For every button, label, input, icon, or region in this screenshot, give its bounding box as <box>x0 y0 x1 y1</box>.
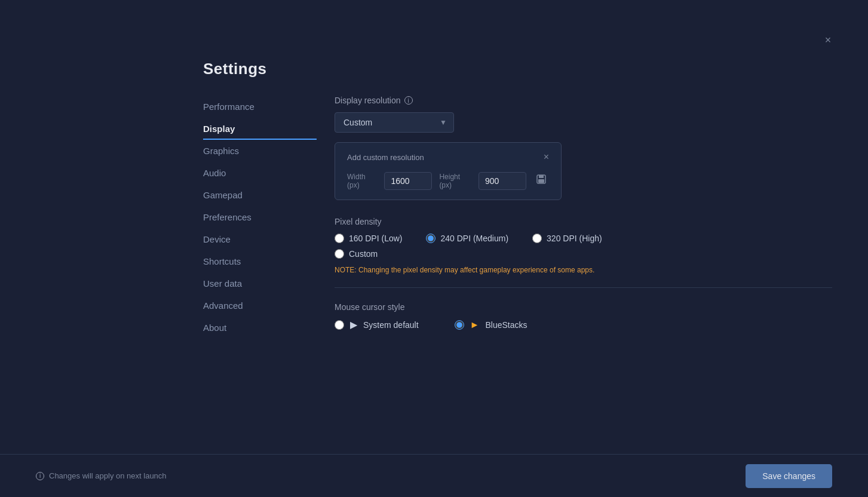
width-input[interactable] <box>384 172 432 190</box>
sidebar-item-gamepad[interactable]: Gamepad <box>203 184 317 206</box>
width-label: Width (px) <box>347 173 373 189</box>
pixel-density-note: NOTE: Changing the pixel density may aff… <box>335 265 832 275</box>
pixel-density-title: Pixel density <box>335 217 832 226</box>
mouse-cursor-section: Mouse cursor style ▶ System default ► Bl… <box>335 302 832 330</box>
dpi-240-radio[interactable] <box>426 234 435 243</box>
system-cursor-icon: ▶ <box>350 319 357 330</box>
sidebar-item-preferences[interactable]: Preferences <box>203 206 317 228</box>
cursor-options: ▶ System default ► BlueStacks <box>335 319 832 330</box>
close-button[interactable]: × <box>821 33 835 47</box>
dpi-custom-row: Custom <box>335 249 832 259</box>
dpi-320-option[interactable]: 320 DPI (High) <box>532 234 602 243</box>
dpi-160-label: 160 DPI (Low) <box>349 234 402 243</box>
sidebar-item-user-data[interactable]: User data <box>203 272 317 294</box>
sidebar-item-about[interactable]: About <box>203 317 317 339</box>
resolution-dropdown[interactable]: Custom 1280x720 1920x1080 2560x1440 <box>335 112 454 133</box>
custom-res-close-button[interactable]: × <box>544 152 549 162</box>
sidebar-item-device[interactable]: Device <box>203 228 317 250</box>
custom-resolution-box: Add custom resolution × Width (px) Heigh… <box>335 142 562 200</box>
custom-res-header: Add custom resolution × <box>347 152 549 162</box>
bluestacks-cursor-icon: ► <box>470 320 480 330</box>
save-icon <box>536 174 547 185</box>
page-title: Settings <box>203 60 267 78</box>
sidebar-item-shortcuts[interactable]: Shortcuts <box>203 250 317 272</box>
sidebar-item-display[interactable]: Display <box>203 118 317 140</box>
dpi-240-label: 240 DPI (Medium) <box>440 234 508 243</box>
cursor-system-radio[interactable] <box>335 320 344 330</box>
save-resolution-button[interactable] <box>533 171 549 190</box>
display-resolution-section-header: Display resolution i <box>335 96 832 105</box>
sidebar-item-graphics[interactable]: Graphics <box>203 140 317 162</box>
dpi-160-option[interactable]: 160 DPI (Low) <box>335 234 402 243</box>
dpi-custom-radio[interactable] <box>335 249 344 259</box>
sidebar-item-advanced[interactable]: Advanced <box>203 294 317 317</box>
svg-rect-1 <box>539 175 544 178</box>
divider <box>335 287 832 288</box>
display-resolution-title: Display resolution <box>335 96 401 105</box>
mouse-cursor-title: Mouse cursor style <box>335 302 832 312</box>
sidebar-item-audio[interactable]: Audio <box>203 162 317 184</box>
display-resolution-info-icon[interactable]: i <box>404 96 413 105</box>
cursor-system-label: System default <box>363 320 419 330</box>
custom-res-title: Add custom resolution <box>347 153 424 162</box>
footer-note: i Changes will apply on next launch <box>36 471 167 480</box>
cursor-bluestacks-label: BlueStacks <box>485 320 527 330</box>
height-input[interactable] <box>479 172 526 190</box>
dpi-320-radio[interactable] <box>532 234 542 243</box>
dpi-160-radio[interactable] <box>335 234 344 243</box>
resolution-inputs: Width (px) Height (px) <box>347 171 549 190</box>
dpi-320-label: 320 DPI (High) <box>547 234 602 243</box>
dpi-custom-option[interactable]: Custom <box>335 249 378 259</box>
footer-note-text: Changes will apply on next launch <box>49 471 167 480</box>
height-label: Height (px) <box>439 173 468 189</box>
pixel-density-section: Pixel density 160 DPI (Low) 240 DPI (Med… <box>335 217 832 275</box>
cursor-system-option[interactable]: ▶ System default <box>335 319 419 330</box>
dpi-options: 160 DPI (Low) 240 DPI (Medium) 320 DPI (… <box>335 234 832 243</box>
cursor-bluestacks-radio[interactable] <box>455 320 464 330</box>
footer-info-icon: i <box>36 472 44 480</box>
sidebar-item-performance[interactable]: Performance <box>203 96 317 118</box>
resolution-dropdown-wrapper: Custom 1280x720 1920x1080 2560x1440 ▼ <box>335 112 454 133</box>
footer-bar: i Changes will apply on next launch Save… <box>0 454 868 497</box>
dpi-custom-label: Custom <box>349 249 378 259</box>
main-content: Display resolution i Custom 1280x720 192… <box>317 60 868 497</box>
dpi-240-option[interactable]: 240 DPI (Medium) <box>426 234 508 243</box>
sidebar: Performance Display Graphics Audio Gamep… <box>203 60 317 497</box>
save-changes-button[interactable]: Save changes <box>746 464 832 488</box>
close-icon: × <box>825 34 832 47</box>
svg-rect-2 <box>538 179 544 183</box>
cursor-bluestacks-option[interactable]: ► BlueStacks <box>455 320 527 330</box>
